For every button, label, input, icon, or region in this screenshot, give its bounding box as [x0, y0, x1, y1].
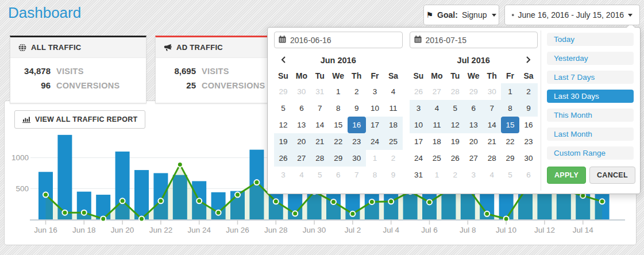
day-cell[interactable]: 12 [446, 117, 464, 133]
day-cell[interactable]: 30 [519, 150, 538, 167]
range-item-this-month[interactable]: This Month [547, 109, 634, 122]
day-cell[interactable]: 20 [292, 133, 311, 150]
day-cell[interactable]: 6 [519, 167, 538, 183]
apply-button[interactable]: APPLY [547, 167, 586, 184]
day-cell[interactable]: 29 [329, 150, 348, 167]
day-cell[interactable]: 4 [483, 167, 501, 183]
day-cell[interactable]: 2 [384, 150, 403, 167]
day-cell[interactable]: 29 [464, 83, 483, 100]
day-cell[interactable]: 4 [427, 100, 446, 117]
day-cell[interactable]: 9 [348, 100, 366, 117]
day-cell[interactable]: 11 [427, 117, 446, 133]
day-cell[interactable]: 16 [348, 117, 366, 133]
day-cell[interactable]: 8 [366, 167, 384, 183]
day-cell[interactable]: 1 [427, 167, 446, 183]
day-cell[interactable]: 20 [464, 133, 483, 150]
day-cell[interactable]: 21 [311, 133, 329, 150]
day-cell[interactable]: 3 [274, 167, 292, 183]
day-cell[interactable]: 21 [483, 133, 501, 150]
day-cell[interactable]: 29 [274, 83, 292, 100]
chevron-right-icon[interactable] [526, 56, 531, 63]
day-cell[interactable]: 7 [348, 167, 366, 183]
range-item-custom-range[interactable]: Custom Range [547, 146, 634, 160]
day-cell[interactable]: 22 [501, 133, 519, 150]
day-cell[interactable]: 19 [274, 133, 292, 150]
day-cell[interactable]: 18 [384, 117, 403, 133]
day-cell[interactable]: 14 [483, 117, 501, 133]
day-cell[interactable]: 28 [446, 83, 464, 100]
day-cell[interactable]: 26 [410, 83, 428, 100]
day-cell[interactable]: 5 [501, 167, 519, 183]
view-all-traffic-report-button[interactable]: VIEW ALL TRAFFIC REPORT [14, 110, 145, 129]
start-date-input[interactable] [274, 32, 403, 48]
day-cell[interactable]: 9 [519, 100, 538, 117]
day-cell[interactable]: 27 [464, 150, 483, 167]
day-cell[interactable]: 24 [410, 150, 428, 167]
day-cell[interactable]: 25 [384, 133, 403, 150]
day-cell[interactable]: 27 [292, 150, 311, 167]
day-cell[interactable]: 31 [311, 83, 329, 100]
day-cell[interactable]: 3 [366, 83, 384, 100]
day-cell[interactable]: 6 [329, 167, 348, 183]
range-item-last-30-days[interactable]: Last 30 Days [547, 90, 634, 103]
day-cell[interactable]: 27 [427, 83, 446, 100]
prev-month-button[interactable] [274, 52, 292, 68]
day-cell[interactable]: 5 [274, 100, 292, 117]
day-cell[interactable]: 1 [329, 83, 348, 100]
day-cell[interactable]: 10 [366, 100, 384, 117]
day-cell[interactable]: 13 [292, 117, 311, 133]
day-cell[interactable]: 8 [329, 100, 348, 117]
day-cell[interactable]: 28 [483, 150, 501, 167]
day-cell[interactable]: 29 [501, 150, 519, 167]
day-cell[interactable]: 14 [311, 117, 329, 133]
day-cell[interactable]: 5 [311, 167, 329, 183]
day-cell[interactable]: 8 [501, 100, 519, 117]
next-month-button[interactable] [519, 52, 538, 68]
day-cell[interactable]: 17 [410, 133, 428, 150]
day-cell[interactable]: 17 [366, 117, 384, 133]
day-cell[interactable]: 30 [292, 83, 311, 100]
day-cell[interactable]: 31 [410, 167, 428, 183]
range-item-last-7-days[interactable]: Last 7 Days [547, 71, 634, 84]
day-cell[interactable]: 4 [292, 167, 311, 183]
day-cell[interactable]: 3 [464, 167, 483, 183]
end-date-input[interactable] [410, 32, 538, 48]
day-cell[interactable]: 4 [384, 83, 403, 100]
day-cell[interactable]: 6 [464, 100, 483, 117]
day-cell[interactable]: 25 [427, 150, 446, 167]
day-cell[interactable]: 7 [483, 100, 501, 117]
day-cell[interactable]: 11 [384, 100, 403, 117]
date-range-button[interactable]: June 16, 2016 - July 15, 2016 [504, 5, 640, 25]
day-cell[interactable]: 12 [274, 117, 292, 133]
day-cell[interactable]: 10 [410, 117, 428, 133]
day-cell[interactable]: 2 [446, 167, 464, 183]
day-cell[interactable]: 19 [446, 133, 464, 150]
goal-dropdown-button[interactable]: ⚑ Goal: Signup [423, 5, 499, 25]
day-cell[interactable]: 7 [311, 100, 329, 117]
day-cell[interactable]: 5 [446, 100, 464, 117]
day-cell[interactable]: 28 [311, 150, 329, 167]
day-cell[interactable]: 1 [366, 150, 384, 167]
day-cell[interactable]: 2 [519, 83, 538, 100]
day-cell[interactable]: 16 [519, 117, 538, 133]
day-cell[interactable]: 15 [329, 117, 348, 133]
day-cell[interactable]: 23 [348, 133, 366, 150]
day-cell[interactable]: 9 [384, 167, 403, 183]
range-item-yesterday[interactable]: Yesterday [547, 52, 634, 65]
day-cell[interactable]: 6 [292, 100, 311, 117]
day-cell[interactable]: 26 [446, 150, 464, 167]
day-cell[interactable]: 24 [366, 133, 384, 150]
day-cell[interactable]: 3 [410, 100, 428, 117]
day-cell[interactable]: 23 [519, 133, 538, 150]
day-cell[interactable]: 22 [329, 133, 348, 150]
day-cell[interactable]: 15 [501, 117, 519, 133]
day-cell[interactable]: 18 [427, 133, 446, 150]
range-item-today[interactable]: Today [547, 33, 634, 46]
day-cell[interactable]: 30 [483, 83, 501, 100]
day-cell[interactable]: 1 [501, 83, 519, 100]
cancel-button[interactable]: CANCEL [589, 167, 635, 184]
day-cell[interactable]: 2 [348, 83, 366, 100]
day-cell[interactable]: 30 [348, 150, 366, 167]
day-cell[interactable]: 26 [274, 150, 292, 167]
chevron-left-icon[interactable] [281, 56, 286, 63]
